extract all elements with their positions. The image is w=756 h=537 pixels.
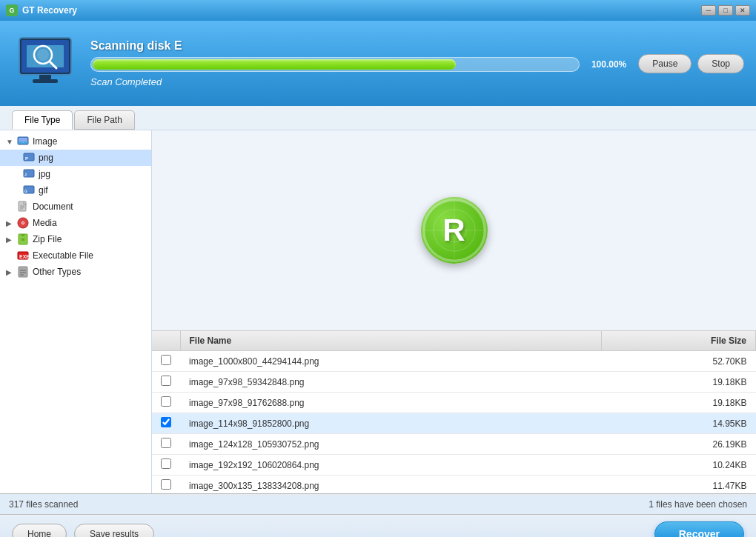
- row-file-size: 11.47KB: [601, 476, 755, 496]
- app-title: GT Recovery: [22, 5, 701, 16]
- png-icon: P: [22, 152, 36, 164]
- row-file-name: image_192x192_106020864.png: [180, 455, 601, 476]
- right-panel: R File Name File Size image_1000x800_442…: [152, 130, 756, 493]
- row-check-cell: [152, 351, 180, 372]
- row-file-name: image_97x98_91762688.png: [180, 393, 601, 413]
- row-check-cell: [152, 434, 180, 455]
- progress-bar-container: [90, 57, 580, 72]
- sidebar-item-other[interactable]: ▶ Other Types: [0, 264, 151, 280]
- row-file-size: 19.18KB: [601, 393, 755, 413]
- sidebar-item-document[interactable]: Document: [0, 199, 151, 215]
- home-button[interactable]: Home: [12, 524, 67, 538]
- expand-icon-zip: ▶: [6, 236, 16, 244]
- svg-text:P: P: [25, 156, 28, 161]
- recover-button[interactable]: Recover: [654, 521, 744, 538]
- status-right: 1 files have been chosen: [649, 499, 747, 510]
- file-checkbox-1[interactable]: [161, 376, 171, 386]
- table-row: image_97x98_59342848.png19.18KB: [152, 372, 756, 393]
- scan-info: Scanning disk E 100.00% Scan Completed: [90, 39, 626, 87]
- logo-letter: R: [442, 213, 465, 248]
- document-label: Document: [33, 201, 73, 212]
- row-file-name: image_1000x800_44294144.png: [180, 351, 601, 372]
- stop-button[interactable]: Stop: [697, 54, 744, 73]
- main-content: ▼ Image P png J jpg G: [0, 130, 756, 493]
- jpg-icon: J: [22, 168, 36, 180]
- progress-percent: 100.00%: [591, 59, 626, 70]
- file-table-container: File Name File Size image_1000x800_44294…: [152, 330, 756, 493]
- file-checkbox-3[interactable]: [161, 417, 171, 427]
- col-header-name: File Name: [180, 331, 601, 351]
- status-left: 317 files scanned: [9, 499, 78, 510]
- file-table-body: image_1000x800_44294144.png52.70KBimage_…: [152, 351, 756, 496]
- status-bar: 317 files scanned 1 files have been chos…: [0, 493, 756, 514]
- sidebar-item-zip[interactable]: ▶ Zip File: [0, 231, 151, 247]
- exe-label: Executable File: [33, 250, 93, 261]
- minimize-button[interactable]: ─: [701, 5, 716, 16]
- row-file-size: 10.24KB: [601, 455, 755, 476]
- app-icon: G: [6, 4, 18, 16]
- scan-header: Scanning disk E 100.00% Scan Completed P…: [0, 21, 756, 106]
- progress-bar-fill: [93, 59, 456, 70]
- row-check-cell: [152, 413, 180, 434]
- monitor-icon: [12, 34, 79, 93]
- row-file-size: 19.18KB: [601, 372, 755, 393]
- png-label: png: [39, 153, 53, 163]
- maximize-button[interactable]: □: [718, 5, 733, 16]
- svg-rect-7: [33, 79, 58, 83]
- svg-text:EXE: EXE: [19, 254, 29, 259]
- col-header-check: [152, 331, 180, 351]
- svg-point-4: [37, 49, 49, 61]
- svg-text:J: J: [24, 173, 27, 177]
- pause-button[interactable]: Pause: [638, 54, 692, 73]
- r-logo: R: [421, 197, 488, 264]
- col-header-size: File Size: [601, 331, 755, 351]
- image-label: Image: [33, 136, 57, 147]
- table-row: image_192x192_106020864.png10.24KB: [152, 455, 756, 476]
- svg-text:G: G: [24, 189, 27, 193]
- close-button[interactable]: ✕: [735, 5, 750, 16]
- image-icon: [16, 136, 30, 147]
- file-table: File Name File Size image_1000x800_44294…: [152, 331, 756, 496]
- table-row: image_1000x800_44294144.png52.70KB: [152, 351, 756, 372]
- tab-bar: File Type File Path: [0, 106, 756, 130]
- bottom-bar: Home Save results Recover: [0, 514, 756, 537]
- sidebar-item-exe[interactable]: EXE Executable File: [0, 247, 151, 264]
- media-icon: [16, 217, 30, 229]
- row-file-size: 14.95KB: [601, 413, 755, 434]
- file-checkbox-6[interactable]: [161, 479, 171, 490]
- row-check-cell: [152, 393, 180, 413]
- expand-icon-image: ▼: [6, 138, 16, 146]
- table-row: image_124x128_105930752.png26.19KB: [152, 434, 756, 455]
- tab-file-type[interactable]: File Type: [12, 110, 73, 130]
- sidebar-item-jpg[interactable]: J jpg: [0, 166, 151, 182]
- scan-title: Scanning disk E: [90, 39, 626, 53]
- row-check-cell: [152, 372, 180, 393]
- file-checkbox-0[interactable]: [161, 355, 171, 365]
- zip-label: Zip File: [33, 234, 62, 244]
- title-bar: G GT Recovery ─ □ ✕: [0, 0, 756, 21]
- row-file-name: image_114x98_91852800.png: [180, 413, 601, 434]
- svg-rect-25: [21, 234, 24, 236]
- window-controls: ─ □ ✕: [701, 5, 750, 16]
- tab-file-path[interactable]: File Path: [74, 110, 134, 130]
- row-check-cell: [152, 476, 180, 496]
- row-file-size: 26.19KB: [601, 434, 755, 455]
- gif-label: gif: [39, 185, 48, 196]
- other-icon: [16, 266, 30, 278]
- row-file-name: image_124x128_105930752.png: [180, 434, 601, 455]
- media-label: Media: [33, 218, 57, 228]
- sidebar-item-media[interactable]: ▶ Media: [0, 215, 151, 231]
- table-row: image_300x135_138334208.png11.47KB: [152, 476, 756, 496]
- gif-icon: G: [22, 184, 36, 196]
- tab-section: File Type File Path: [0, 106, 756, 130]
- svg-rect-27: [21, 239, 24, 241]
- file-checkbox-4[interactable]: [161, 438, 171, 448]
- file-checkbox-5[interactable]: [161, 458, 171, 469]
- sidebar-item-image[interactable]: ▼ Image: [0, 133, 151, 150]
- save-results-button[interactable]: Save results: [74, 524, 154, 538]
- sidebar-item-gif[interactable]: G gif: [0, 182, 151, 199]
- file-checkbox-2[interactable]: [161, 396, 171, 407]
- document-icon: [16, 201, 30, 213]
- sidebar-item-png[interactable]: P png: [0, 150, 151, 166]
- svg-point-23: [22, 222, 24, 224]
